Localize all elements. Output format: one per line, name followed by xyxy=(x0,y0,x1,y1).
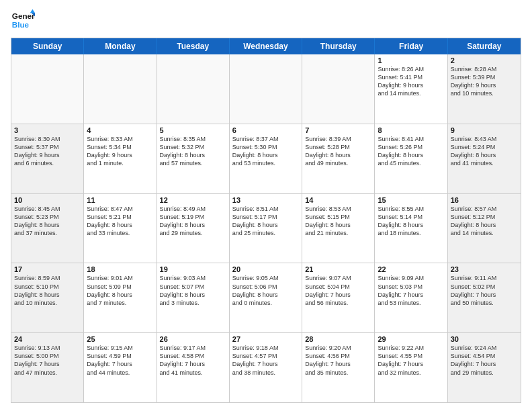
day-number: 21 xyxy=(305,265,371,273)
cell-info: Sunrise: 8:33 AM Sunset: 5:34 PM Dayligh… xyxy=(87,135,153,168)
day-number: 2 xyxy=(451,56,518,64)
calendar-cell-day-17: 17Sunrise: 8:59 AM Sunset: 5:10 PM Dayli… xyxy=(11,263,84,332)
calendar-cell-day-10: 10Sunrise: 8:45 AM Sunset: 5:23 PM Dayli… xyxy=(11,194,84,263)
calendar-cell-day-24: 24Sunrise: 9:13 AM Sunset: 5:00 PM Dayli… xyxy=(11,333,84,402)
calendar-cell-day-14: 14Sunrise: 8:53 AM Sunset: 5:15 PM Dayli… xyxy=(302,194,375,263)
cell-info: Sunrise: 8:37 AM Sunset: 5:30 PM Dayligh… xyxy=(232,135,299,168)
calendar-cell-empty-0-0 xyxy=(11,54,84,124)
calendar-cell-day-30: 30Sunrise: 9:24 AM Sunset: 4:54 PM Dayli… xyxy=(448,333,521,402)
calendar-cell-day-2: 2Sunrise: 8:28 AM Sunset: 5:39 PM Daylig… xyxy=(448,54,521,124)
calendar-cell-day-28: 28Sunrise: 9:20 AM Sunset: 4:56 PM Dayli… xyxy=(302,333,375,402)
day-number: 10 xyxy=(14,196,81,204)
day-number: 28 xyxy=(305,335,371,343)
calendar-row-2: 10Sunrise: 8:45 AM Sunset: 5:23 PM Dayli… xyxy=(11,193,521,263)
cell-info: Sunrise: 8:41 AM Sunset: 5:26 PM Dayligh… xyxy=(378,135,444,168)
calendar-cell-day-8: 8Sunrise: 8:41 AM Sunset: 5:26 PM Daylig… xyxy=(375,124,447,193)
calendar-cell-day-21: 21Sunrise: 9:07 AM Sunset: 5:04 PM Dayli… xyxy=(302,263,375,332)
day-number: 6 xyxy=(232,126,299,134)
calendar-cell-day-12: 12Sunrise: 8:49 AM Sunset: 5:19 PM Dayli… xyxy=(157,194,230,263)
cell-info: Sunrise: 9:03 AM Sunset: 5:07 PM Dayligh… xyxy=(160,274,226,307)
calendar-cell-empty-0-4 xyxy=(302,54,375,124)
cell-info: Sunrise: 8:26 AM Sunset: 5:41 PM Dayligh… xyxy=(378,65,444,98)
day-number: 18 xyxy=(87,265,153,273)
calendar-cell-day-7: 7Sunrise: 8:39 AM Sunset: 5:28 PM Daylig… xyxy=(302,124,375,193)
cell-info: Sunrise: 9:20 AM Sunset: 4:56 PM Dayligh… xyxy=(305,344,371,377)
day-number: 15 xyxy=(378,196,444,204)
day-number: 23 xyxy=(451,265,518,273)
day-number: 5 xyxy=(160,126,226,134)
day-number: 8 xyxy=(378,126,444,134)
day-number: 14 xyxy=(305,196,371,204)
calendar-cell-day-13: 13Sunrise: 8:51 AM Sunset: 5:17 PM Dayli… xyxy=(230,194,302,263)
cell-info: Sunrise: 9:09 AM Sunset: 5:03 PM Dayligh… xyxy=(378,274,444,307)
cell-info: Sunrise: 8:57 AM Sunset: 5:12 PM Dayligh… xyxy=(451,205,518,238)
cell-info: Sunrise: 8:28 AM Sunset: 5:39 PM Dayligh… xyxy=(451,65,518,98)
calendar-row-1: 3Sunrise: 8:30 AM Sunset: 5:37 PM Daylig… xyxy=(11,124,521,193)
logo-icon: General Blue xyxy=(11,8,35,32)
calendar-cell-empty-0-2 xyxy=(157,54,230,124)
cell-info: Sunrise: 9:15 AM Sunset: 4:59 PM Dayligh… xyxy=(87,344,153,377)
header-day-wednesday: Wednesday xyxy=(230,38,302,54)
day-number: 1 xyxy=(378,56,444,64)
calendar-body: 1Sunrise: 8:26 AM Sunset: 5:41 PM Daylig… xyxy=(11,54,521,402)
calendar-cell-day-22: 22Sunrise: 9:09 AM Sunset: 5:03 PM Dayli… xyxy=(375,263,447,332)
cell-info: Sunrise: 8:35 AM Sunset: 5:32 PM Dayligh… xyxy=(160,135,226,168)
day-number: 24 xyxy=(14,335,81,343)
calendar-cell-day-15: 15Sunrise: 8:55 AM Sunset: 5:14 PM Dayli… xyxy=(375,194,447,263)
calendar: SundayMondayTuesdayWednesdayThursdayFrid… xyxy=(11,38,521,403)
calendar-cell-empty-0-3 xyxy=(230,54,302,124)
cell-info: Sunrise: 8:39 AM Sunset: 5:28 PM Dayligh… xyxy=(305,135,371,168)
calendar-row-0: 1Sunrise: 8:26 AM Sunset: 5:41 PM Daylig… xyxy=(11,54,521,124)
cell-info: Sunrise: 8:30 AM Sunset: 5:37 PM Dayligh… xyxy=(14,135,81,168)
calendar-cell-day-19: 19Sunrise: 9:03 AM Sunset: 5:07 PM Dayli… xyxy=(157,263,230,332)
page: General Blue SundayMondayTuesdayWednesda… xyxy=(0,0,532,411)
day-number: 11 xyxy=(87,196,153,204)
cell-info: Sunrise: 9:11 AM Sunset: 5:02 PM Dayligh… xyxy=(451,274,518,307)
day-number: 26 xyxy=(160,335,226,343)
day-number: 20 xyxy=(232,265,299,273)
calendar-row-4: 24Sunrise: 9:13 AM Sunset: 5:00 PM Dayli… xyxy=(11,332,521,402)
day-number: 17 xyxy=(14,265,81,273)
day-number: 19 xyxy=(160,265,226,273)
day-number: 25 xyxy=(87,335,153,343)
calendar-cell-day-3: 3Sunrise: 8:30 AM Sunset: 5:37 PM Daylig… xyxy=(11,124,84,193)
calendar-cell-day-6: 6Sunrise: 8:37 AM Sunset: 5:30 PM Daylig… xyxy=(230,124,302,193)
cell-info: Sunrise: 9:18 AM Sunset: 4:57 PM Dayligh… xyxy=(232,344,299,377)
calendar-cell-day-25: 25Sunrise: 9:15 AM Sunset: 4:59 PM Dayli… xyxy=(84,333,157,402)
calendar-cell-day-27: 27Sunrise: 9:18 AM Sunset: 4:57 PM Dayli… xyxy=(230,333,302,402)
calendar-cell-empty-0-1 xyxy=(84,54,157,124)
header: General Blue xyxy=(11,8,521,32)
header-day-sunday: Sunday xyxy=(11,38,84,54)
header-day-tuesday: Tuesday xyxy=(157,38,230,54)
cell-info: Sunrise: 9:17 AM Sunset: 4:58 PM Dayligh… xyxy=(160,344,226,377)
calendar-cell-day-20: 20Sunrise: 9:05 AM Sunset: 5:06 PM Dayli… xyxy=(230,263,302,332)
calendar-cell-day-5: 5Sunrise: 8:35 AM Sunset: 5:32 PM Daylig… xyxy=(157,124,230,193)
header-day-thursday: Thursday xyxy=(302,38,375,54)
day-number: 22 xyxy=(378,265,444,273)
calendar-header: SundayMondayTuesdayWednesdayThursdayFrid… xyxy=(11,38,521,54)
cell-info: Sunrise: 9:24 AM Sunset: 4:54 PM Dayligh… xyxy=(451,344,518,377)
day-number: 27 xyxy=(232,335,299,343)
calendar-cell-day-26: 26Sunrise: 9:17 AM Sunset: 4:58 PM Dayli… xyxy=(157,333,230,402)
day-number: 30 xyxy=(451,335,518,343)
calendar-cell-day-11: 11Sunrise: 8:47 AM Sunset: 5:21 PM Dayli… xyxy=(84,194,157,263)
cell-info: Sunrise: 8:47 AM Sunset: 5:21 PM Dayligh… xyxy=(87,205,153,238)
day-number: 13 xyxy=(232,196,299,204)
day-number: 12 xyxy=(160,196,226,204)
cell-info: Sunrise: 9:13 AM Sunset: 5:00 PM Dayligh… xyxy=(14,344,81,377)
cell-info: Sunrise: 9:01 AM Sunset: 5:09 PM Dayligh… xyxy=(87,274,153,307)
cell-info: Sunrise: 9:22 AM Sunset: 4:55 PM Dayligh… xyxy=(378,344,444,377)
calendar-cell-day-29: 29Sunrise: 9:22 AM Sunset: 4:55 PM Dayli… xyxy=(375,333,447,402)
svg-text:Blue: Blue xyxy=(12,20,30,29)
header-day-friday: Friday xyxy=(375,38,447,54)
day-number: 29 xyxy=(378,335,444,343)
calendar-cell-day-16: 16Sunrise: 8:57 AM Sunset: 5:12 PM Dayli… xyxy=(448,194,521,263)
day-number: 7 xyxy=(305,126,371,134)
header-day-monday: Monday xyxy=(84,38,157,54)
header-day-saturday: Saturday xyxy=(448,38,521,54)
calendar-cell-day-23: 23Sunrise: 9:11 AM Sunset: 5:02 PM Dayli… xyxy=(448,263,521,332)
cell-info: Sunrise: 8:45 AM Sunset: 5:23 PM Dayligh… xyxy=(14,205,81,238)
calendar-cell-day-4: 4Sunrise: 8:33 AM Sunset: 5:34 PM Daylig… xyxy=(84,124,157,193)
cell-info: Sunrise: 8:43 AM Sunset: 5:24 PM Dayligh… xyxy=(451,135,518,168)
calendar-row-3: 17Sunrise: 8:59 AM Sunset: 5:10 PM Dayli… xyxy=(11,263,521,332)
